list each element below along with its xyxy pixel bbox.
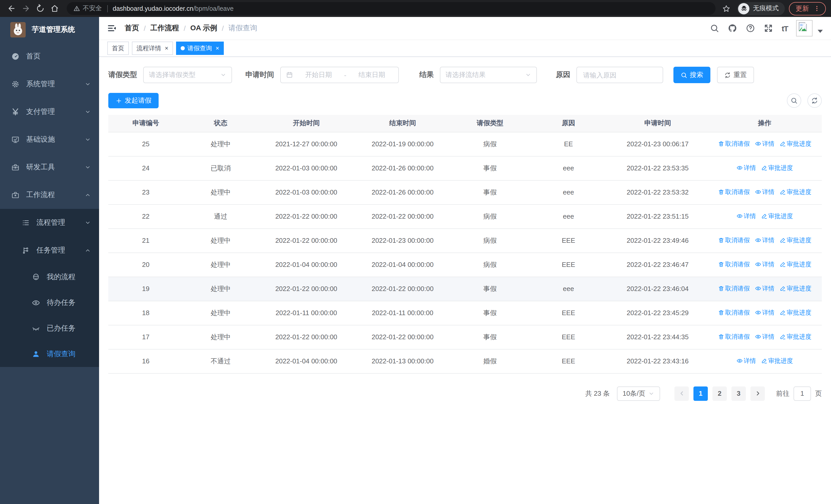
url-domain: dashboard.yudao.iocoder.cn <box>113 5 193 12</box>
column-header: 原因 <box>529 115 608 132</box>
progress-link[interactable]: 审批进度 <box>761 357 793 365</box>
collapse-sidebar-button[interactable] <box>107 24 116 33</box>
prev-page-button[interactable] <box>675 386 689 401</box>
security-chip[interactable]: 不安全 <box>74 4 102 13</box>
cancel-leave-link[interactable]: 取消请假 <box>718 140 750 148</box>
sidebar-item-home[interactable]: 首页 <box>0 42 99 70</box>
sidebar-item-workflow[interactable]: 工作流程 <box>0 181 99 209</box>
sidebar-item-todo-tasks[interactable]: 待办任务 <box>0 290 99 316</box>
github-icon[interactable] <box>728 24 737 33</box>
avatar[interactable] <box>796 20 812 36</box>
table-search-button[interactable] <box>787 93 801 108</box>
close-tab-icon[interactable]: × <box>165 45 168 51</box>
cell-type: 病假 <box>451 228 529 253</box>
leave-type-select[interactable]: 请选择请假类型 <box>143 67 232 83</box>
detail-link[interactable]: 详情 <box>755 140 775 148</box>
table-row: 22通过2022-01-22 00:00:002022-01-22 00:00:… <box>108 204 822 228</box>
cell-type: 病假 <box>451 204 529 228</box>
page-button-2[interactable]: 2 <box>712 386 727 401</box>
detail-link[interactable]: 详情 <box>737 357 756 365</box>
cell-status: 已取消 <box>183 156 258 180</box>
update-button[interactable]: 更新 <box>789 2 826 15</box>
cancel-leave-link[interactable]: 取消请假 <box>718 260 750 269</box>
sidebar-item-infrastructure[interactable]: 基础设施 <box>0 126 99 153</box>
chevron-down-icon <box>85 164 91 170</box>
create-leave-button[interactable]: 发起请假 <box>108 93 159 108</box>
cancel-leave-link[interactable]: 取消请假 <box>718 236 750 245</box>
progress-link[interactable]: 审批进度 <box>780 284 811 293</box>
kebab-menu-icon[interactable] <box>813 5 820 12</box>
detail-link[interactable]: 详情 <box>737 212 756 221</box>
page-button-3[interactable]: 3 <box>732 386 746 401</box>
reset-button[interactable]: 重置 <box>717 67 754 83</box>
next-page-button[interactable] <box>750 386 765 401</box>
cell-type: 事假 <box>451 156 529 180</box>
sidebar-item-payment[interactable]: 支付管理 <box>0 98 99 126</box>
sidebar-item-dev-tools[interactable]: 研发工具 <box>0 153 99 181</box>
back-button[interactable] <box>5 2 18 14</box>
eye-icon <box>737 213 743 219</box>
page-size-select[interactable]: 10条/页 <box>617 386 660 401</box>
address-bar[interactable]: 不安全 dashboard.yudao.iocoder.cn/bpm/oa/le… <box>67 2 716 15</box>
edit-icon <box>780 310 786 316</box>
cell-type: 事假 <box>451 301 529 325</box>
detail-link[interactable]: 详情 <box>755 236 775 245</box>
detail-link[interactable]: 详情 <box>755 308 775 317</box>
sidebar-item-system[interactable]: 系统管理 <box>0 70 99 98</box>
bookmark-star-icon[interactable] <box>720 2 733 15</box>
sidebar-item-my-process[interactable]: 我的流程 <box>0 264 99 290</box>
progress-link[interactable]: 审批进度 <box>780 308 811 317</box>
cancel-leave-link[interactable]: 取消请假 <box>718 308 750 317</box>
close-tab-icon[interactable]: × <box>216 45 219 51</box>
progress-link[interactable]: 审批进度 <box>780 188 811 197</box>
help-icon[interactable] <box>746 24 755 33</box>
action-label: 审批进度 <box>768 164 793 173</box>
chevron-down-icon <box>85 81 91 87</box>
tab-process-detail[interactable]: 流程详情× <box>132 41 173 55</box>
progress-link[interactable]: 审批进度 <box>780 236 811 245</box>
sidebar-item-leave-query[interactable]: 请假查询 <box>0 341 99 367</box>
apply-time-range-input[interactable]: 开始日期 - 结束日期 <box>280 67 399 83</box>
sidebar-item-task-mgmt[interactable]: 任务管理 <box>0 237 99 264</box>
detail-link[interactable]: 详情 <box>755 188 775 197</box>
detail-link[interactable]: 详情 <box>755 333 775 341</box>
page-button-1[interactable]: 1 <box>693 386 708 401</box>
reason-input[interactable] <box>576 67 663 83</box>
progress-link[interactable]: 审批进度 <box>780 140 811 148</box>
yen-icon <box>11 108 20 116</box>
header-search-icon[interactable] <box>710 24 719 33</box>
progress-link[interactable]: 审批进度 <box>761 164 793 173</box>
sidebar-item-process-mgmt[interactable]: 流程管理 <box>0 209 99 237</box>
home-button[interactable] <box>48 2 61 14</box>
cancel-leave-link[interactable]: 取消请假 <box>718 284 750 293</box>
fullscreen-icon[interactable] <box>764 24 773 33</box>
detail-link[interactable]: 详情 <box>737 164 756 173</box>
tab-leave-query[interactable]: 请假查询× <box>176 41 224 55</box>
detail-link[interactable]: 详情 <box>755 284 775 293</box>
reload-button[interactable] <box>34 2 46 14</box>
cancel-leave-link[interactable]: 取消请假 <box>718 333 750 341</box>
font-size-icon[interactable]: tT <box>782 24 788 33</box>
breadcrumb-item[interactable]: 工作流程 <box>150 24 179 33</box>
breadcrumb-item[interactable]: OA 示例 <box>191 24 218 33</box>
table-refresh-button[interactable] <box>807 93 822 108</box>
trash-icon <box>718 334 724 340</box>
trash-icon <box>718 141 724 147</box>
tab-home[interactable]: 首页 <box>107 41 129 55</box>
forward-button[interactable] <box>20 2 32 14</box>
search-button[interactable]: 搜索 <box>674 67 710 83</box>
breadcrumb-item[interactable]: 首页 <box>125 24 139 33</box>
sidebar-item-label: 支付管理 <box>26 107 55 117</box>
sidebar-item-done-tasks[interactable]: 已办任务 <box>0 316 99 341</box>
detail-link[interactable]: 详情 <box>755 260 775 269</box>
progress-link[interactable]: 审批进度 <box>780 333 811 341</box>
goto-page-input[interactable] <box>794 386 811 401</box>
avatar-caret-icon[interactable] <box>818 30 823 33</box>
progress-link[interactable]: 审批进度 <box>761 212 793 221</box>
arrow-left-icon <box>7 4 16 13</box>
cancel-leave-link[interactable]: 取消请假 <box>718 188 750 197</box>
progress-link[interactable]: 审批进度 <box>780 260 811 269</box>
result-select[interactable]: 请选择流结果 <box>440 67 537 83</box>
cell-id: 16 <box>108 349 183 373</box>
dashboard-icon <box>11 52 20 61</box>
